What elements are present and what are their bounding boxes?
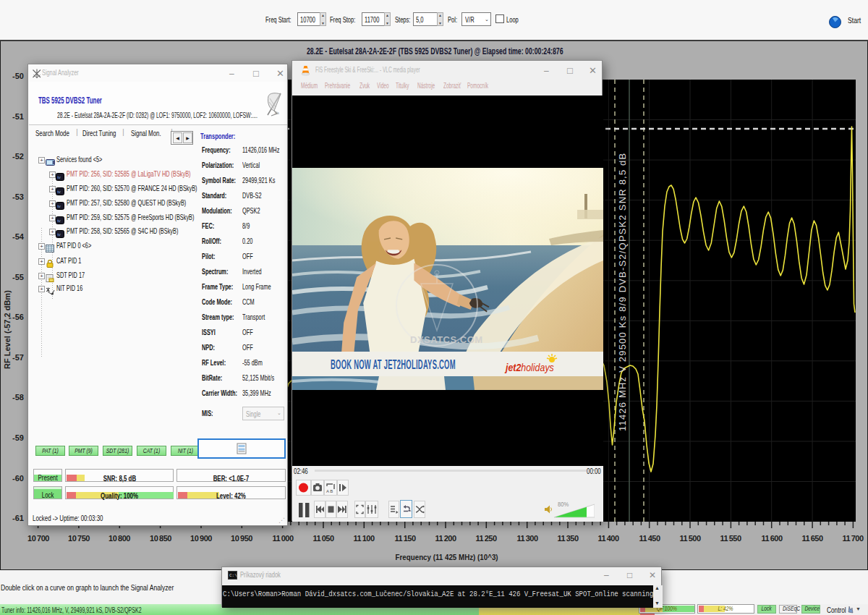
svg-text:BOOK NOW AT JET2HOLIDAYS.COM: BOOK NOW AT JET2HOLIDAYS.COM bbox=[331, 357, 456, 372]
svg-text:tv: tv bbox=[57, 190, 61, 194]
svg-text:tv: tv bbox=[57, 232, 61, 237]
svg-text:tv: tv bbox=[57, 175, 61, 179]
svg-text:jet2holidays: jet2holidays bbox=[504, 361, 554, 374]
svg-text:tv: tv bbox=[57, 204, 61, 208]
svg-text:tv: tv bbox=[57, 219, 61, 223]
svg-text:A B: A B bbox=[326, 489, 333, 493]
svg-text:dis: dis bbox=[275, 111, 280, 115]
svg-text:DXSATCS.COM: DXSATCS.COM bbox=[410, 334, 483, 345]
